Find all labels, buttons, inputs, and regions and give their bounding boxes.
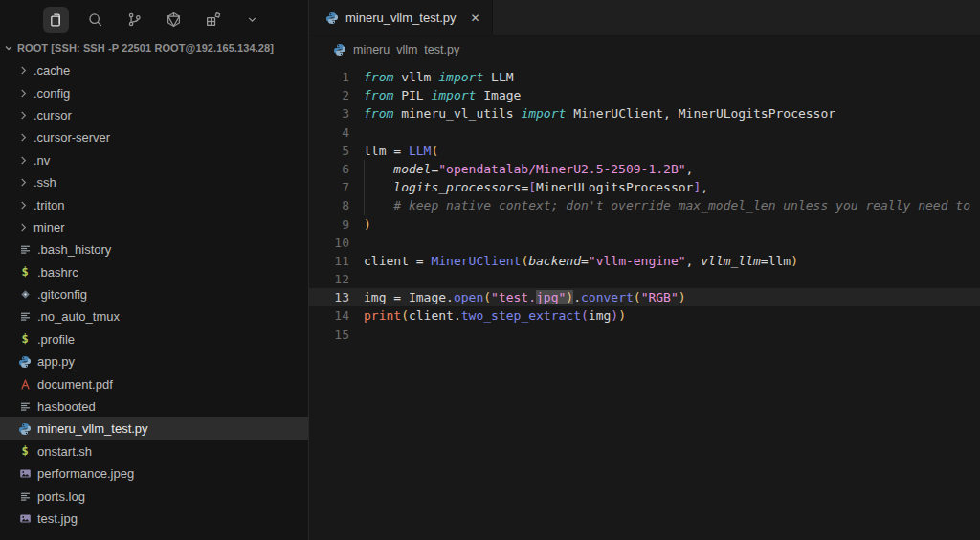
file-label: .nv: [33, 153, 50, 168]
explorer-item-performance-jpeg[interactable]: performance.jpeg: [0, 462, 308, 484]
python-file-icon: [17, 422, 33, 436]
chevron-right-icon: [17, 110, 30, 121]
explorer-root-header[interactable]: ROOT [SSH: SSH -P 22501 ROOT@192.165.134…: [0, 38, 308, 57]
line-number: 13: [309, 288, 349, 306]
chevron-right-icon: [17, 132, 30, 143]
tab-mineru-vllm-test-py[interactable]: mineru_vllm_test.py ✕: [309, 0, 493, 35]
code-text: print(client.two_step_extract(img)): [349, 306, 626, 325]
code-line-2[interactable]: 2from PIL import Image: [309, 86, 980, 104]
tab-label: mineru_vllm_test.py: [345, 11, 457, 25]
explorer-item-document-pdf[interactable]: document.pdf: [0, 372, 308, 394]
code-text: model="opendatalab/MinerU2.5-2509-1.2B",: [349, 160, 693, 178]
chevron-right-icon: [17, 155, 30, 166]
explorer-item--triton[interactable]: .triton: [0, 193, 308, 215]
explorer-item--gitconfig[interactable]: .gitconfig: [0, 283, 308, 305]
explorer-item-test-jpg[interactable]: test.jpg: [0, 507, 308, 529]
explorer-item--ssh[interactable]: .ssh: [0, 171, 308, 193]
line-number: 11: [309, 252, 349, 270]
explorer-item-mineru-vllm-test-py[interactable]: mineru_vllm_test.py: [0, 417, 308, 439]
source-control-icon[interactable]: [122, 7, 147, 33]
line-number: 5: [309, 142, 349, 160]
file-label: miner: [33, 220, 65, 235]
file-label: .bashrc: [37, 265, 78, 280]
code-text: [349, 124, 364, 142]
explorer-item--cache[interactable]: .cache: [0, 59, 308, 81]
tab-bar: mineru_vllm_test.py ✕: [309, 0, 980, 36]
code-line-5[interactable]: 5llm = LLM(: [309, 142, 980, 160]
text-file-icon: [17, 490, 33, 503]
chevron-right-icon: [17, 222, 30, 233]
file-label: hasbooted: [37, 399, 96, 414]
code-line-13[interactable]: 13img = Image.open("test.jpg").convert("…: [309, 288, 980, 306]
explorer-item-ports-log[interactable]: ports.log: [0, 484, 308, 506]
code-line-14[interactable]: 14print(client.two_step_extract(img)): [309, 306, 980, 325]
code-text: from PIL import Image: [349, 86, 521, 104]
code-line-12[interactable]: 12: [309, 270, 980, 288]
chevron-right-icon: [17, 200, 30, 211]
shell-file-icon: $: [17, 265, 33, 279]
python-file-icon: [325, 11, 339, 25]
code-text: [349, 326, 364, 344]
code-line-3[interactable]: 3from mineru_vl_utils import MinerUClien…: [309, 104, 980, 123]
file-label: .cache: [33, 63, 70, 78]
explorer-icon[interactable]: [43, 7, 69, 33]
indent-guide: [364, 196, 365, 214]
code-text: client = MinerUClient(backend="vllm-engi…: [349, 252, 798, 270]
code-line-9[interactable]: 9): [309, 215, 980, 234]
image-file-icon: [17, 512, 33, 525]
code-line-6[interactable]: 6 model="opendatalab/MinerU2.5-2509-1.2B…: [309, 160, 980, 178]
line-number: 10: [309, 234, 349, 252]
explorer-item-miner[interactable]: miner: [0, 216, 308, 238]
activity-bar: [0, 0, 308, 38]
line-number: 12: [309, 270, 349, 288]
close-icon[interactable]: ✕: [471, 11, 480, 25]
file-label: .cursor: [33, 108, 72, 123]
line-number: 15: [309, 326, 349, 344]
more-chevron-down-icon[interactable]: [239, 7, 265, 33]
code-editor[interactable]: 1from vllm import LLM2from PIL import Im…: [309, 63, 980, 540]
code-text: [349, 270, 364, 288]
code-text: ): [349, 215, 371, 234]
text-file-icon: [17, 310, 33, 323]
file-label: app.py: [37, 354, 75, 369]
file-label: document.pdf: [37, 377, 113, 392]
code-text: llm = LLM(: [349, 142, 438, 160]
code-line-15[interactable]: 15: [309, 326, 980, 344]
line-number: 7: [309, 178, 349, 196]
explorer-item--config[interactable]: .config: [0, 81, 308, 103]
python-file-icon: [333, 43, 346, 56]
code-line-11[interactable]: 11client = MinerUClient(backend="vllm-en…: [309, 252, 980, 270]
explorer-item-app-py[interactable]: app.py: [0, 350, 308, 372]
chevron-right-icon: [17, 177, 30, 188]
code-text: img = Image.open("test.jpg").convert("RG…: [349, 288, 686, 306]
file-label: onstart.sh: [37, 444, 92, 459]
chevron-right-icon: [17, 65, 30, 76]
code-line-10[interactable]: 10: [309, 234, 980, 252]
explorer-item--nv[interactable]: .nv: [0, 149, 308, 171]
file-label: .gitconfig: [37, 287, 87, 302]
code-text: from mineru_vl_utils import MinerUClient…: [349, 104, 835, 123]
explorer-item--cursor-server[interactable]: .cursor-server: [0, 126, 308, 148]
code-line-4[interactable]: 4: [309, 124, 980, 142]
search-icon[interactable]: [82, 7, 108, 33]
python-file-icon: [17, 355, 33, 369]
explorer-item--cursor[interactable]: .cursor: [0, 104, 308, 126]
code-line-7[interactable]: 7 logits_processors=[MinerULogitsProcess…: [309, 178, 980, 196]
code-line-1[interactable]: 1from vllm import LLM: [309, 68, 980, 86]
explorer-item--no-auto-tmux[interactable]: .no_auto_tmux: [0, 305, 308, 327]
remote-cube-icon[interactable]: [161, 7, 187, 33]
indent-guide: [364, 160, 365, 178]
file-label: test.jpg: [37, 511, 78, 526]
breadcrumb[interactable]: mineru_vllm_test.py: [309, 36, 980, 63]
extensions-icon[interactable]: [200, 7, 226, 33]
explorer-item--bashrc[interactable]: $.bashrc: [0, 261, 308, 283]
line-number: 3: [309, 104, 349, 123]
explorer-item--bash-history[interactable]: .bash_history: [0, 238, 308, 260]
explorer-item-hasbooted[interactable]: hasbooted: [0, 395, 308, 417]
code-line-8[interactable]: 8 # keep native context; don't override …: [309, 196, 980, 214]
vscode-window: ROOT [SSH: SSH -P 22501 ROOT@192.165.134…: [0, 0, 980, 540]
explorer-item-onstart-sh[interactable]: $onstart.sh: [0, 440, 308, 462]
shell-file-icon: $: [17, 332, 33, 346]
explorer-item--profile[interactable]: $.profile: [0, 328, 308, 350]
git-file-icon: [17, 288, 33, 301]
